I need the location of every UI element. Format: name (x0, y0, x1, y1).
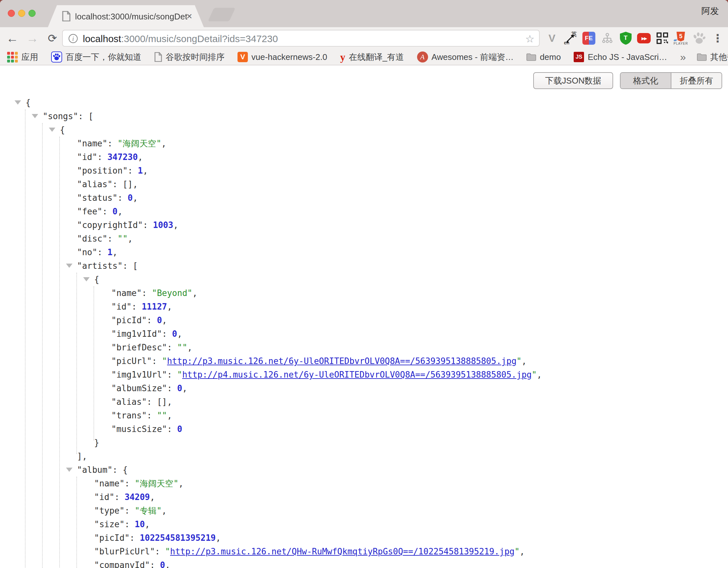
json-token: : (125, 479, 135, 488)
json-token: : (147, 411, 157, 420)
json-link[interactable]: http://p4.music.126.net/6y-UleORITEDbvrO… (182, 370, 532, 380)
json-token: " (514, 547, 520, 556)
json-token: : (143, 220, 153, 230)
json-token: 0 (177, 424, 182, 434)
claw-extension-icon[interactable] (692, 30, 706, 47)
tab-close-icon[interactable]: × (186, 10, 192, 22)
back-button[interactable]: ← (3, 29, 21, 47)
json-token: , (216, 533, 221, 543)
json-token: "" (177, 343, 187, 352)
profile-name[interactable]: 阿发 (701, 5, 719, 17)
reload-button[interactable]: ⟳ (43, 29, 61, 47)
other-bookmarks-folder[interactable]: 其他书签 (697, 51, 728, 63)
collapse-arrow-icon[interactable] (66, 468, 72, 472)
fe-extension-icon[interactable]: FE (582, 30, 596, 47)
json-token: , (537, 370, 542, 380)
json-token: 0 (160, 560, 165, 568)
json-token: " (532, 370, 537, 380)
json-token: "size" (94, 519, 125, 529)
collapse-arrow-icon[interactable] (83, 277, 90, 281)
json-line: "id": 34209, (0, 490, 728, 504)
page-content: 下载JSON数据 格式化 折叠所有 {"songs": [{"name": "海… (0, 65, 728, 568)
json-token: : (152, 356, 162, 366)
json-token: 1 (107, 247, 113, 257)
json-link[interactable]: http://p3.music.126.net/6y-UleORITEDbvrO… (167, 356, 516, 366)
json-line: "album": { (0, 463, 728, 477)
json-token: : (155, 547, 165, 556)
json-token: "picId" (111, 316, 147, 325)
fast-forward-extension-icon[interactable]: ▶▶ (637, 30, 651, 47)
bookmark-google-sort[interactable]: 谷歌按时间排序 (154, 51, 225, 63)
tampermonkey-extension-icon[interactable]: T (619, 30, 633, 47)
browser-tab[interactable]: localhost:3000/music/songDet × (48, 5, 204, 27)
collapse-arrow-icon[interactable] (32, 114, 38, 118)
browser-toolbar: ← → ⟳ i localhost:3000/music/songDetail?… (0, 27, 728, 49)
collapse-all-button[interactable]: 折叠所有 (671, 73, 722, 88)
json-token: : (125, 506, 135, 516)
bookmark-echojs[interactable]: JS Echo JS - JavaScri… (574, 52, 667, 62)
url-host: localhost (83, 33, 121, 44)
html5-player-extension-icon[interactable]: 5 PLAYER (674, 30, 688, 47)
bookmark-apps[interactable]: 应用 (7, 51, 38, 63)
page-icon (154, 52, 162, 62)
json-token: "blurPicUrl" (94, 547, 155, 556)
json-link[interactable]: http://p3.music.126.net/QHw-RuMwfQkmqtiy… (170, 547, 514, 556)
json-line: "id": 11127, (0, 300, 728, 314)
json-token: "status" (77, 193, 117, 203)
format-button[interactable]: 格式化 (621, 73, 671, 88)
json-token: "海阔天空" (117, 139, 161, 148)
vue-devtools-extension-icon[interactable]: V (545, 30, 559, 47)
browser-menu-icon[interactable]: ⋮ (711, 30, 725, 47)
translate-extension-icon[interactable]: 英 en (563, 30, 578, 47)
collapse-arrow-icon[interactable] (49, 128, 55, 132)
json-line: "status": 0, (0, 191, 728, 205)
bookmark-youdao[interactable]: y 在线翻译_有道 (340, 51, 404, 63)
json-line: "artists": [ (0, 259, 728, 273)
vue-icon: V (237, 52, 248, 62)
json-line: ], (0, 450, 728, 463)
json-token: , (187, 343, 193, 352)
bookmark-vue-hackernews[interactable]: V vue-hackernews-2.0 (237, 52, 327, 62)
json-line: { (0, 273, 728, 286)
window-minimize-button[interactable] (18, 10, 25, 17)
json-line: { (0, 123, 728, 137)
collapse-arrow-icon[interactable] (15, 100, 21, 105)
bookmarks-overflow-chevron[interactable]: » (680, 51, 686, 63)
url-path: :3000/music/songDetail?ids=347230 (121, 33, 278, 44)
json-line: "picId": 102254581395219, (0, 531, 728, 545)
json-token: , (150, 492, 155, 502)
bookmark-folder-demo[interactable]: demo (526, 52, 561, 62)
new-tab-button[interactable] (208, 8, 236, 21)
json-token: , (162, 316, 167, 325)
json-token: : (147, 316, 157, 325)
collapse-arrow-icon[interactable] (66, 263, 72, 268)
forward-button[interactable]: → (23, 29, 41, 47)
window-zoom-button[interactable] (28, 10, 36, 17)
address-bar[interactable]: i localhost:3000/music/songDetail?ids=34… (62, 30, 540, 47)
view-mode-segmented-control: 格式化 折叠所有 (620, 72, 722, 89)
folder-icon (526, 53, 536, 61)
json-token: , (182, 384, 187, 393)
json-token: "picId" (94, 533, 130, 543)
json-token: 0 (113, 206, 118, 216)
qr-code-extension-icon[interactable] (655, 30, 669, 47)
json-token: "artists" (77, 261, 123, 271)
window-close-button[interactable] (8, 10, 15, 17)
browser-window: localhost:3000/music/songDet × 阿发 ← → ⟳ … (0, 0, 728, 568)
download-json-button[interactable]: 下载JSON数据 (533, 72, 613, 89)
json-token: , (145, 519, 150, 529)
json-token: : [ (123, 261, 138, 271)
json-token: : (167, 343, 177, 352)
json-line: "img1v1Url": "http://p4.music.126.net/6y… (0, 368, 728, 382)
sitemap-extension-icon[interactable] (600, 30, 614, 47)
json-token: "name" (111, 288, 142, 298)
json-line: "albumSize": 0, (0, 382, 728, 395)
json-line: "songs": [ (0, 109, 728, 123)
json-token: { (60, 125, 65, 135)
json-token: , (161, 139, 167, 148)
bookmark-awesomes[interactable]: A Awesomes - 前端资… (417, 51, 514, 63)
site-info-icon[interactable]: i (69, 34, 78, 43)
bookmark-star-icon[interactable]: ☆ (525, 33, 535, 45)
bookmark-baidu[interactable]: 百度一下，你就知道 (51, 51, 141, 63)
json-token: : (97, 247, 107, 257)
